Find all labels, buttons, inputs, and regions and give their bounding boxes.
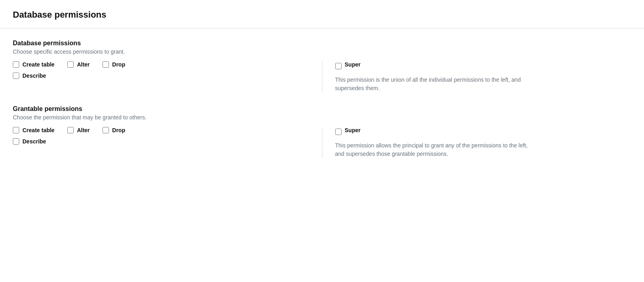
gr-describe-item[interactable]: Describe (13, 138, 46, 145)
gr-checkboxes-row2: Describe (13, 138, 309, 145)
db-permissions-layout: Create table Alter Drop (13, 61, 631, 93)
db-section-title: Database permissions (13, 40, 631, 47)
gr-permissions-left: Create table Alter Drop (13, 127, 322, 158)
db-section-subtitle: Choose specific access permissions to gr… (13, 48, 631, 55)
gr-describe-label: Describe (22, 138, 46, 145)
db-permissions-left: Create table Alter Drop (13, 61, 322, 93)
db-create-table-checkbox[interactable] (13, 61, 19, 68)
db-drop-checkbox[interactable] (103, 61, 109, 68)
gr-super-label: Super (345, 127, 361, 133)
gr-create-table-checkbox[interactable] (13, 127, 19, 133)
db-drop-label: Drop (112, 61, 125, 68)
grantable-permissions-section: Grantable permissions Choose the permiss… (13, 105, 631, 158)
gr-super-checkbox[interactable] (335, 129, 342, 135)
gr-super-row: Super (335, 127, 632, 137)
gr-section-subtitle: Choose the permission that may be grante… (13, 114, 631, 121)
gr-permissions-layout: Create table Alter Drop (13, 127, 631, 158)
db-describe-checkbox[interactable] (13, 73, 19, 79)
gr-super-description: This permission allows the principal to … (335, 141, 535, 158)
db-super-description: This permission is the union of all the … (335, 76, 535, 93)
gr-alter-item[interactable]: Alter (67, 127, 90, 133)
db-checkboxes-row2: Describe (13, 73, 309, 79)
db-alter-item[interactable]: Alter (67, 61, 90, 68)
db-super-label: Super (345, 61, 361, 68)
gr-checkboxes-row1: Create table Alter Drop (13, 127, 309, 133)
gr-alter-checkbox[interactable] (67, 127, 74, 133)
db-alter-checkbox[interactable] (67, 61, 74, 68)
db-super-checkbox[interactable] (335, 63, 342, 69)
page-title: Database permissions (13, 10, 631, 20)
db-alter-label: Alter (77, 61, 90, 68)
db-describe-item[interactable]: Describe (13, 73, 46, 79)
db-super-row: Super (335, 61, 632, 71)
gr-section-title: Grantable permissions (13, 105, 631, 113)
db-drop-item[interactable]: Drop (103, 61, 125, 68)
db-super-item[interactable]: Super (335, 61, 361, 71)
gr-alter-label: Alter (77, 127, 90, 133)
gr-super-item[interactable]: Super (335, 127, 361, 137)
db-describe-label: Describe (22, 73, 46, 79)
gr-describe-checkbox[interactable] (13, 138, 19, 145)
page-container: Database permissions Database permission… (0, 0, 644, 282)
page-header: Database permissions (0, 0, 644, 28)
gr-drop-checkbox[interactable] (103, 127, 109, 133)
db-checkboxes-row1: Create table Alter Drop (13, 61, 309, 68)
database-permissions-section: Database permissions Choose specific acc… (13, 40, 631, 93)
gr-create-table-label: Create table (22, 127, 54, 133)
gr-drop-item[interactable]: Drop (103, 127, 125, 133)
page-body: Database permissions Choose specific acc… (0, 28, 644, 182)
gr-permissions-right: Super This permission allows the princip… (322, 127, 632, 158)
gr-create-table-item[interactable]: Create table (13, 127, 54, 133)
db-create-table-label: Create table (22, 61, 54, 68)
gr-drop-label: Drop (112, 127, 125, 133)
db-create-table-item[interactable]: Create table (13, 61, 54, 68)
db-permissions-right: Super This permission is the union of al… (322, 61, 632, 93)
